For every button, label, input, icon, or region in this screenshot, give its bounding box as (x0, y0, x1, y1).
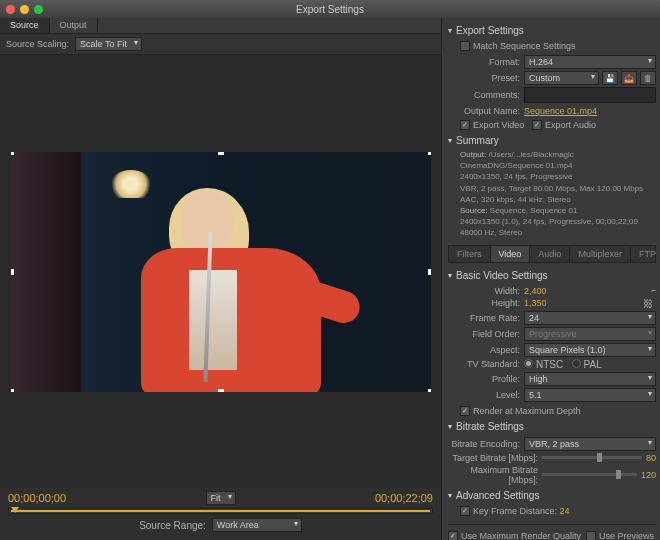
keyframe-checkbox[interactable]: ✓ (460, 506, 470, 516)
match-sequence-label: Match Sequence Settings (473, 41, 576, 51)
bitrate-encoding-dropdown[interactable]: VBR, 2 pass (524, 437, 656, 451)
level-dropdown[interactable]: 5.1 (524, 388, 656, 402)
profile-dropdown[interactable]: High (524, 372, 656, 386)
output-name-link[interactable]: Sequence 01.mp4 (524, 106, 597, 116)
summary-header[interactable]: Summary (448, 132, 656, 149)
target-bitrate-slider[interactable] (542, 456, 642, 459)
tab-ftp[interactable]: FTP (631, 246, 660, 262)
field-order-dropdown: Progressive (524, 327, 656, 341)
close-icon[interactable] (6, 5, 15, 14)
delete-preset-icon[interactable]: 🗑 (640, 71, 656, 85)
use-previews-checkbox[interactable] (586, 531, 596, 541)
zoom-icon[interactable] (34, 5, 43, 14)
source-range-dropdown[interactable]: Work Area (212, 518, 302, 532)
height-value[interactable]: 1,350 (524, 298, 547, 308)
export-video-checkbox[interactable]: ✓ (460, 120, 470, 130)
tab-source[interactable]: Source (0, 18, 50, 33)
render-max-depth-checkbox[interactable]: ✓ (460, 406, 470, 416)
output-name-label: Output Name: (448, 106, 520, 116)
tab-video[interactable]: Video (491, 246, 531, 262)
window-controls (6, 5, 43, 14)
match-sequence-checkbox[interactable] (460, 41, 470, 51)
ntsc-radio[interactable] (524, 359, 533, 368)
export-settings-header[interactable]: Export Settings (448, 22, 656, 39)
preset-dropdown[interactable]: Custom (524, 71, 599, 85)
basic-video-header[interactable]: Basic Video Settings (448, 267, 656, 284)
playhead-icon[interactable] (11, 507, 19, 513)
export-audio-checkbox[interactable]: ✓ (532, 120, 542, 130)
link-dimensions-icon[interactable]: ⛓ (640, 298, 656, 309)
summary-output: Output: /Users/...ies/Blackmagic CinemaD… (448, 149, 656, 205)
import-preset-icon[interactable]: 📥 (621, 71, 637, 85)
source-range-label: Source Range: (139, 520, 206, 531)
keyframe-value[interactable]: 24 (560, 506, 570, 516)
save-preset-icon[interactable]: 💾 (602, 71, 618, 85)
bitrate-header[interactable]: Bitrate Settings (448, 418, 656, 435)
tab-filters[interactable]: Filters (449, 246, 491, 262)
target-bitrate-value[interactable]: 80 (646, 453, 656, 463)
tab-audio[interactable]: Audio (530, 246, 570, 262)
advanced-header[interactable]: Advanced Settings (448, 487, 656, 504)
fit-dropdown[interactable]: Fit (206, 491, 236, 505)
timeline[interactable] (8, 508, 433, 514)
max-quality-checkbox[interactable]: ✓ (448, 531, 458, 541)
frame-rate-dropdown[interactable]: 24 (524, 311, 656, 325)
timecode-out[interactable]: 00;00;22;09 (375, 492, 433, 504)
width-value[interactable]: 2,400 (524, 286, 547, 296)
titlebar: Export Settings (0, 0, 660, 18)
timecode-in[interactable]: 00;00;00;00 (8, 492, 66, 504)
comments-label: Comments: (448, 90, 520, 100)
preview-area (0, 55, 441, 488)
max-bitrate-value[interactable]: 120 (641, 470, 656, 480)
format-dropdown[interactable]: H.264 (524, 55, 656, 69)
aspect-dropdown[interactable]: Square Pixels (1.0) (524, 343, 656, 357)
comments-input[interactable] (524, 87, 656, 103)
settings-tabs: Filters Video Audio Multiplexer FTP (448, 245, 656, 263)
source-scaling-label: Source Scaling: (6, 39, 69, 49)
preview-image[interactable] (11, 152, 431, 392)
window-title: Export Settings (296, 4, 364, 15)
minimize-icon[interactable] (20, 5, 29, 14)
preview-tabs: Source Output (0, 18, 441, 34)
max-bitrate-slider[interactable] (542, 473, 637, 476)
tab-output[interactable]: Output (50, 18, 98, 33)
summary-source: Source: Sequence, Sequence 01 2400x1350 … (448, 205, 656, 239)
preset-label: Preset: (448, 73, 520, 83)
source-scaling-dropdown[interactable]: Scale To Fit (75, 37, 142, 51)
tab-multiplexer[interactable]: Multiplexer (570, 246, 631, 262)
format-label: Format: (448, 57, 520, 67)
pal-radio[interactable] (572, 359, 581, 368)
